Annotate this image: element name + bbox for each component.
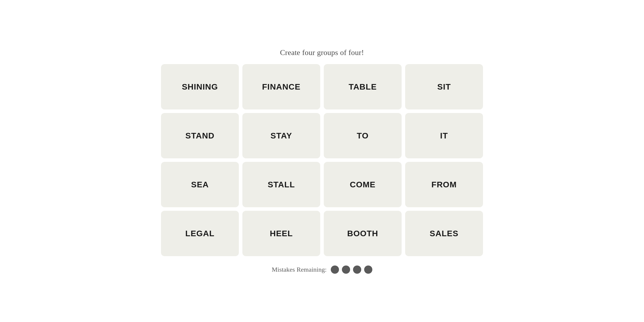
tile-label-shining: SHINING (182, 82, 218, 92)
tile-heel[interactable]: HEEL (242, 211, 320, 256)
mistakes-label: Mistakes Remaining: (272, 266, 327, 273)
tile-to[interactable]: TO (324, 113, 402, 158)
tile-label-finance: FINANCE (262, 82, 300, 92)
tiles-grid: SHININGFINANCETABLESITSTANDSTAYTOITSEAST… (161, 64, 483, 256)
subtitle: Create four groups of four! (280, 48, 364, 57)
tile-sit[interactable]: SIT (405, 64, 483, 109)
tile-booth[interactable]: BOOTH (324, 211, 402, 256)
tile-label-heel: HEEL (270, 229, 293, 238)
mistake-dot-3 (353, 266, 361, 274)
tile-table[interactable]: TABLE (324, 64, 402, 109)
tile-sea[interactable]: SEA (161, 162, 239, 207)
tile-legal[interactable]: LEGAL (161, 211, 239, 256)
tile-from[interactable]: FROM (405, 162, 483, 207)
tile-label-sea: SEA (191, 180, 209, 189)
tile-label-table: TABLE (349, 82, 377, 92)
mistake-dot-1 (331, 266, 339, 274)
tile-stay[interactable]: STAY (242, 113, 320, 158)
tile-stall[interactable]: STALL (242, 162, 320, 207)
tile-label-stall: STALL (268, 180, 295, 189)
mistake-dot-4 (364, 266, 372, 274)
tile-label-sit: SIT (437, 82, 451, 92)
tile-stand[interactable]: STAND (161, 113, 239, 158)
tile-label-booth: BOOTH (347, 229, 378, 238)
tile-label-legal: LEGAL (185, 229, 215, 238)
tile-label-sales: SALES (430, 229, 458, 238)
tile-label-to: TO (357, 131, 369, 141)
tile-it[interactable]: IT (405, 113, 483, 158)
tile-label-it: IT (440, 131, 448, 141)
tile-label-from: FROM (431, 180, 457, 189)
mistakes-row: Mistakes Remaining: (272, 266, 372, 274)
tile-come[interactable]: COME (324, 162, 402, 207)
tile-sales[interactable]: SALES (405, 211, 483, 256)
game-container: Create four groups of four! SHININGFINAN… (161, 48, 483, 274)
mistake-dot-2 (342, 266, 350, 274)
tile-label-stand: STAND (185, 131, 214, 141)
mistakes-dots (331, 266, 372, 274)
tile-label-come: COME (350, 180, 376, 189)
tile-shining[interactable]: SHINING (161, 64, 239, 109)
tile-label-stay: STAY (270, 131, 292, 141)
tile-finance[interactable]: FINANCE (242, 64, 320, 109)
